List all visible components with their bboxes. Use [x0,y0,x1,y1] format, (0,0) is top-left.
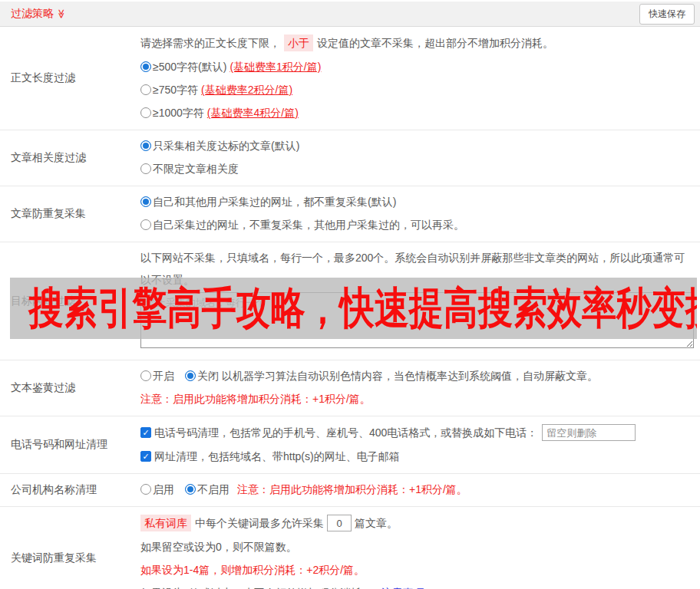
row-dedup-label: 文章防重复采集 [0,186,139,242]
watermark-text: 搜索引擎高手攻略，快速提高搜索效率秒变搜 [10,279,697,338]
option-fee: (基础费率2积分/篇) [201,82,292,97]
company-cleanup-note: 注意：启用此功能将增加积分消耗：+1积分/篇。 [237,482,467,497]
row-phone-url-label: 电话号码和网址清理 [0,416,139,473]
porn-filter-options: 开启 关闭 以机器学习算法自动识别色情内容，当色情概率达到系统阈值，自动屏蔽文章… [140,368,694,383]
page-title-label: 过滤策略 [11,7,54,21]
keyword-limit-line: 私有词库 中每个关键词最多允许采集 篇文章。 [140,515,694,531]
porn-filter-desc: 以机器学习算法自动识别色情内容，当色情概率达到系统阈值，自动屏蔽文章。 [222,368,598,383]
checkbox-checked-icon[interactable]: ✓ [140,427,151,438]
body-length-option-500[interactable]: ≥500字符(默认) (基础费率1积分/篇) [140,59,694,74]
notes-link[interactable]: 注意事项≫ [381,585,434,589]
row-company-label: 公司机构名称清理 [0,474,139,506]
company-option-on-label[interactable]: 启用 [153,482,174,497]
row-porn-filter-label: 文本鉴黄过滤 [0,360,139,416]
option-label: ≥1000字符 [153,105,204,120]
row-relevance-filter: 文章相关度过滤 只采集相关度达标的文章(默认) 不限定文章相关度 [0,130,700,186]
radio-icon[interactable] [140,219,151,230]
row-keyword-label: 关键词防重复采集 [0,507,139,589]
radio-checked-icon[interactable] [140,140,151,151]
target-site-desc-line1: 以下网站不采集，只填域名，每行一个，最多200个。系统会自动识别并屏蔽那些非文章… [140,250,694,265]
keyword-limit-text: 中每个关键词最多允许采集 [195,515,324,531]
row-body-length-label: 正文长度过滤 [0,27,139,130]
dedup-option-global[interactable]: 自己和其他用户采集过的网址，都不重复采集(默认) [140,194,694,209]
radio-checked-icon[interactable] [140,196,151,207]
option-label: 不限定文章相关度 [153,161,239,176]
keyword-note-5plus-line: 如果设为5篇或以上，也不会额外增加积分消耗。 注意事项≫ [140,585,694,589]
topbar: 过滤策略 ≫ 快速保存 [0,2,700,27]
radio-checked-icon[interactable] [185,484,196,495]
phone-cleanup-label[interactable]: 电话号码清理，包括常见的手机号、座机号、400电话格式，或替换成如下电话： [154,425,537,440]
keyword-note-zero: 如果留空或设为0，则不限篇数。 [140,539,694,554]
porn-filter-note: 注意：启用此功能将增加积分消耗：+1积分/篇。 [140,391,694,406]
radio-checked-icon[interactable] [140,61,151,72]
row-porn-filter: 文本鉴黄过滤 开启 关闭 以机器学习算法自动识别色情内容，当色情概率达到系统阈值… [0,360,700,416]
body-length-option-1000[interactable]: ≥1000字符 (基础费率4积分/篇) [140,105,694,120]
porn-option-on-label[interactable]: 开启 [153,368,174,383]
row-relevance-content: 只采集相关度达标的文章(默认) 不限定文章相关度 [139,130,700,186]
keyword-max-count-input[interactable] [327,515,352,531]
row-company-content: 启用 不启用 注意：启用此功能将增加积分消耗：+1积分/篇。 [139,474,700,506]
option-label: 自己采集过的网址，不重复采集，其他用户采集过的，可以再采。 [153,217,464,232]
collapse-icon[interactable]: ≫ [57,9,66,19]
body-length-option-750[interactable]: ≥750字符 (基础费率2积分/篇) [140,82,694,97]
row-porn-filter-content: 开启 关闭 以机器学习算法自动识别色情内容，当色情概率达到系统阈值，自动屏蔽文章… [139,360,700,416]
radio-icon[interactable] [140,163,151,174]
intro-post: 设定值的文章不采集，超出部分不增加积分消耗。 [317,35,553,51]
option-fee: (基础费率4积分/篇) [207,105,299,120]
option-fee: (基础费率1积分/篇) [229,59,321,74]
private-lexicon-badge[interactable]: 私有词库 [140,515,191,531]
option-label: ≥750字符 [153,82,198,97]
row-target-site-filter: 目标网站过滤 以下网站不采集，只填域名，每行一个，最多200个。系统会自动识别并… [0,242,700,360]
porn-option-off-label[interactable]: 关闭 [197,368,219,383]
page-title[interactable]: 过滤策略 ≫ [11,7,67,21]
company-cleanup-options: 启用 不启用 注意：启用此功能将增加积分消耗：+1积分/篇。 [140,482,694,497]
keyword-note-1-4: 如果设为1-4篇，则增加积分消耗：+2积分/篇。 [140,562,694,577]
body-length-intro: 请选择需求的正文长度下限， 小于 设定值的文章不采集，超出部分不增加积分消耗。 [140,35,694,51]
replacement-phone-input[interactable] [542,424,636,441]
row-relevance-label: 文章相关度过滤 [0,130,139,186]
row-body-length-content: 请选择需求的正文长度下限， 小于 设定值的文章不采集，超出部分不增加积分消耗。 … [139,27,700,130]
row-phone-url-content: ✓ 电话号码清理，包括常见的手机号、座机号、400电话格式，或替换成如下电话： … [139,416,700,473]
keyword-limit-suffix: 篇文章。 [355,515,398,531]
row-dedup-collect: 文章防重复采集 自己和其他用户采集过的网址，都不重复采集(默认) 自己采集过的网… [0,186,700,242]
phone-cleanup-option: ✓ 电话号码清理，包括常见的手机号、座机号、400电话格式，或替换成如下电话： [140,424,694,441]
option-label: 只采集相关度达标的文章(默认) [153,138,299,153]
radio-icon[interactable] [140,484,151,495]
option-label: 自己和其他用户采集过的网址，都不重复采集(默认) [153,194,396,209]
option-label: ≥500字符(默认) [153,59,226,74]
relevance-option-strict[interactable]: 只采集相关度达标的文章(默认) [140,138,694,153]
checkbox-checked-icon[interactable]: ✓ [140,451,151,462]
radio-icon[interactable] [140,84,151,95]
url-cleanup-option: ✓ 网址清理，包括纯域名、带http(s)的网址、电子邮箱 [140,449,694,464]
row-phone-url-cleanup: 电话号码和网址清理 ✓ 电话号码清理，包括常见的手机号、座机号、400电话格式，… [0,416,700,474]
url-cleanup-label[interactable]: 网址清理，包括纯域名、带http(s)的网址、电子邮箱 [154,449,400,464]
row-company-cleanup: 公司机构名称清理 启用 不启用 注意：启用此功能将增加积分消耗：+1积分/篇。 [0,474,700,507]
radio-icon[interactable] [140,370,151,381]
row-dedup-content: 自己和其他用户采集过的网址，都不重复采集(默认) 自己采集过的网址，不重复采集，… [139,186,700,242]
quick-save-button[interactable]: 快速保存 [639,4,695,25]
filter-strategy-page: 过滤策略 ≫ 快速保存 正文长度过滤 请选择需求的正文长度下限， 小于 设定值的… [0,0,700,589]
radio-icon[interactable] [140,107,151,118]
intro-pre: 请选择需求的正文长度下限， [140,35,280,51]
row-keyword-content: 私有词库 中每个关键词最多允许采集 篇文章。 如果留空或设为0，则不限篇数。 如… [139,507,700,589]
keyword-note-5plus: 如果设为5篇或以上，也不会额外增加积分消耗。 [140,585,372,589]
watermark-overlay: 搜索引擎高手攻略，快速提高搜索效率秒变搜 [10,278,697,339]
intro-highlight: 小于 [284,35,313,51]
dedup-option-self[interactable]: 自己采集过的网址，不重复采集，其他用户采集过的，可以再采。 [140,217,694,232]
row-keyword-dedup: 关键词防重复采集 私有词库 中每个关键词最多允许采集 篇文章。 如果留空或设为0… [0,507,700,589]
radio-checked-icon[interactable] [185,370,196,381]
row-body-length-filter: 正文长度过滤 请选择需求的正文长度下限， 小于 设定值的文章不采集，超出部分不增… [0,27,700,130]
relevance-option-any[interactable]: 不限定文章相关度 [140,161,694,176]
company-option-off-label[interactable]: 不启用 [197,482,229,497]
